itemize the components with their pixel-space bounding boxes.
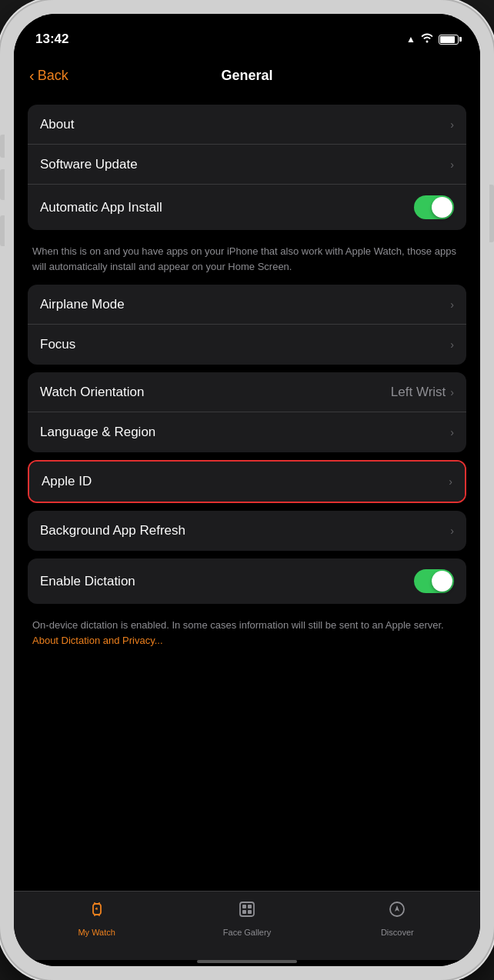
svg-rect-9: [248, 905, 252, 908]
automatic-app-install-row[interactable]: Automatic App Install: [28, 185, 466, 230]
svg-rect-11: [248, 910, 252, 914]
status-time: 13:42: [35, 32, 68, 47]
my-watch-label: My Watch: [78, 928, 115, 937]
dictation-toggle-knob: [432, 571, 452, 592]
focus-right: ›: [450, 338, 454, 351]
home-bar: [197, 960, 297, 963]
automatic-app-install-description: When this is on and you have apps on you…: [28, 238, 466, 285]
volume-down-button[interactable]: [0, 215, 5, 246]
phone-screen: 13:42 ▲ ‹ Back: [14, 14, 480, 966]
software-update-right: ›: [450, 158, 454, 171]
battery-icon: [439, 35, 459, 45]
automatic-app-install-label: Automatic App Install: [40, 200, 162, 215]
signal-icon: ▲: [406, 34, 416, 45]
volume-up-button[interactable]: [0, 169, 5, 200]
tab-discover[interactable]: Discover: [359, 899, 436, 937]
nav-bar: ‹ Back General: [14, 55, 480, 95]
wifi-icon: [420, 32, 434, 46]
airplane-mode-label: Airplane Mode: [40, 297, 125, 312]
apple-id-highlighted-container: Apple ID ›: [28, 460, 466, 503]
dictation-privacy-link[interactable]: About Dictation and Privacy...: [32, 635, 163, 646]
automatic-app-install-toggle[interactable]: [414, 195, 454, 219]
power-button[interactable]: [489, 185, 494, 242]
enable-dictation-description: On-device dictation is enabled. In some …: [28, 612, 466, 658]
background-app-refresh-row[interactable]: Background App Refresh ›: [28, 511, 466, 551]
discover-icon: [387, 899, 407, 925]
mute-button[interactable]: [0, 135, 5, 158]
discover-label: Discover: [381, 928, 414, 937]
settings-group-5: Enable Dictation: [28, 558, 466, 604]
apple-id-right: ›: [449, 475, 452, 488]
page-title: General: [221, 68, 272, 84]
watch-orientation-value: Left Wrist: [391, 385, 446, 400]
tab-face-gallery[interactable]: Face Gallery: [209, 899, 285, 937]
svg-rect-7: [240, 902, 254, 916]
software-update-row[interactable]: Software Update ›: [28, 145, 466, 185]
background-app-refresh-chevron-icon: ›: [450, 525, 454, 537]
tab-bar: My Watch Face Gallery: [14, 891, 480, 960]
face-gallery-icon: [237, 899, 257, 925]
svg-marker-13: [395, 905, 399, 912]
back-button[interactable]: ‹ Back: [29, 67, 68, 85]
watch-orientation-row[interactable]: Watch Orientation Left Wrist ›: [28, 372, 466, 412]
svg-rect-8: [242, 905, 246, 908]
language-region-row[interactable]: Language & Region ›: [28, 412, 466, 452]
apple-id-label: Apple ID: [42, 474, 92, 489]
background-app-refresh-label: Background App Refresh: [40, 523, 185, 538]
about-row[interactable]: About ›: [28, 105, 466, 145]
language-region-label: Language & Region: [40, 425, 155, 440]
about-label: About: [40, 117, 74, 132]
notch: [197, 14, 297, 37]
language-region-right: ›: [450, 426, 454, 438]
enable-dictation-toggle[interactable]: [414, 569, 454, 593]
background-app-refresh-right: ›: [450, 525, 454, 537]
toggle-knob: [432, 197, 452, 218]
focus-label: Focus: [40, 337, 75, 352]
about-right: ›: [450, 118, 454, 131]
content-area: About › Software Update › Automatic App …: [14, 95, 480, 891]
apple-id-row[interactable]: Apple ID ›: [29, 462, 465, 502]
tab-my-watch[interactable]: My Watch: [58, 899, 135, 937]
settings-group-4: Background App Refresh ›: [28, 511, 466, 551]
enable-dictation-right: [414, 569, 454, 593]
focus-chevron-icon: ›: [450, 338, 454, 351]
about-chevron-icon: ›: [450, 118, 454, 131]
battery-fill: [440, 36, 455, 43]
software-update-chevron-icon: ›: [450, 158, 454, 171]
software-update-label: Software Update: [40, 157, 138, 172]
phone-shell: 13:42 ▲ ‹ Back: [0, 0, 494, 980]
airplane-mode-chevron-icon: ›: [450, 298, 454, 311]
back-label: Back: [38, 68, 68, 84]
my-watch-icon: [87, 899, 107, 925]
language-region-chevron-icon: ›: [450, 426, 454, 438]
face-gallery-label: Face Gallery: [223, 928, 271, 937]
settings-group-3: Watch Orientation Left Wrist › Language …: [28, 372, 466, 452]
watch-orientation-right: Left Wrist ›: [391, 385, 454, 400]
status-icons: ▲: [406, 32, 459, 46]
settings-group-2: Airplane Mode › Focus ›: [28, 285, 466, 365]
apple-id-chevron-icon: ›: [449, 475, 452, 488]
home-indicator: [14, 960, 480, 966]
enable-dictation-label: Enable Dictation: [40, 574, 135, 589]
airplane-mode-row[interactable]: Airplane Mode ›: [28, 285, 466, 325]
settings-group-1: About › Software Update › Automatic App …: [28, 105, 466, 230]
back-chevron-icon: ‹: [29, 67, 35, 85]
watch-orientation-label: Watch Orientation: [40, 385, 144, 400]
automatic-app-install-right: [414, 195, 454, 219]
focus-row[interactable]: Focus ›: [28, 325, 466, 365]
airplane-mode-right: ›: [450, 298, 454, 311]
svg-rect-10: [242, 910, 246, 914]
watch-orientation-chevron-icon: ›: [450, 386, 454, 398]
enable-dictation-row[interactable]: Enable Dictation: [28, 558, 466, 604]
